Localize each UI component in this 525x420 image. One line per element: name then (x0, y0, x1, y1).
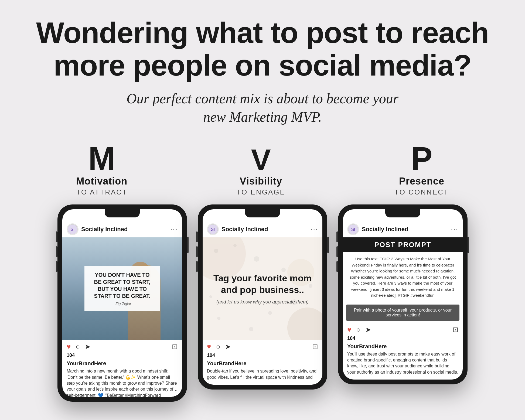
phone-3-bookmark-icon[interactable]: ⊡ (452, 326, 458, 334)
main-headline: Wondering what to post to reach more peo… (33, 16, 492, 81)
phone-1-post-image: YOU DON'T HAVE TO BE GREAT TO START, BUT… (62, 237, 182, 340)
phone-3-caption: You'll use these daily post prompts to m… (343, 350, 463, 380)
phone-1-caption: Marching into a new month with a good mi… (62, 367, 182, 397)
phone-3-likes: 104 (343, 336, 463, 343)
phone-3-prompt-body: Use this text: TGIF: 3 Ways to Make the … (343, 252, 463, 302)
mvp-row: M Motivation TO ATTRACT V Visibility TO … (22, 142, 503, 196)
phone-2-username: Socially Inclined (221, 226, 308, 233)
phone-1-silent (56, 261, 57, 272)
phone-1-quote-text: YOU DON'T HAVE TO BE GREAT TO START, BUT… (91, 271, 154, 299)
phone-3-more-icon[interactable]: ··· (451, 225, 458, 234)
phone-2: SI Socially Inclined ··· (198, 204, 327, 390)
phone-1-brand: YourBrandHere (62, 360, 182, 367)
phone-2-notch (245, 209, 280, 217)
phone-3-ig-header: SI Socially Inclined ··· (343, 220, 463, 237)
phone-1-quote-author: - Zig Ziglar (91, 302, 154, 306)
phone-3-silent (336, 261, 338, 272)
phone-1-comment-icon[interactable]: ○ (76, 343, 80, 351)
phone-2-avatar: SI (207, 223, 219, 235)
svg-point-5 (233, 244, 237, 247)
mvp-v-sub: TO ENGAGE (237, 188, 285, 196)
mvp-v-letter: V (251, 145, 271, 175)
phone-2-likes: 104 (203, 353, 322, 360)
phone-1-actions: ♥ ○ ➤ ⊡ (62, 340, 182, 353)
phone-2-sub-text: (and let us know why you appreciate them… (208, 299, 317, 305)
phone-2-brand: YourBrandHere (203, 360, 322, 367)
svg-point-4 (214, 249, 218, 253)
phone-3-screen: SI Socially Inclined ··· POST PROMPT Use… (343, 209, 463, 380)
phone-2-more-icon[interactable]: ··· (311, 225, 318, 234)
phone-1-quote-box: YOU DON'T HAVE TO BE GREAT TO START, BUT… (84, 266, 160, 311)
phone-3-avatar: SI (347, 223, 359, 235)
phone-3-post-image: POST PROMPT Use this text: TGIF: 3 Ways … (343, 237, 463, 321)
svg-text:SI: SI (70, 227, 74, 232)
mvp-p-letter: P (411, 142, 432, 175)
phone-3-cta-box: Pair with a photo of yourself, your prod… (346, 305, 459, 321)
mvp-p-sub: TO CONNECT (394, 188, 449, 196)
phone-3-actions: ♥ ○ ➤ ⊡ (343, 323, 463, 336)
mvp-visibility: V Visibility TO ENGAGE (237, 145, 285, 196)
phone-1-power-button (187, 237, 189, 253)
phone-1-vol-up (56, 231, 57, 242)
phone-3: SI Socially Inclined ··· POST PROMPT Use… (338, 204, 468, 384)
phone-1-bookmark-icon[interactable]: ⊡ (172, 343, 178, 351)
phone-2-vol-down (196, 246, 198, 257)
subheadline: Our perfect content mix is about to beco… (114, 90, 411, 126)
mvp-m-letter: M (88, 142, 115, 175)
phone-1-avatar: SI (67, 223, 79, 235)
phone-3-username: Socially Inclined (362, 226, 448, 233)
svg-text:SI: SI (351, 227, 355, 232)
phone-2-post-image: Tag your favorite mom and pop business..… (203, 237, 322, 340)
phone-3-vol-down (336, 246, 338, 257)
phone-2-heart-icon[interactable]: ♥ (207, 343, 211, 351)
phone-2-main-text: Tag your favorite mom and pop business.. (208, 272, 317, 295)
phone-2-bookmark-icon[interactable]: ⊡ (312, 343, 318, 351)
phone-1-more-icon[interactable]: ··· (170, 225, 178, 234)
phone-3-comment-icon[interactable]: ○ (356, 326, 360, 334)
svg-text:SI: SI (211, 227, 215, 232)
phone-1-vol-down (56, 246, 57, 257)
phone-2-power-button (327, 237, 329, 253)
phone-2-share-icon[interactable]: ➤ (225, 343, 231, 351)
mvp-v-name: Visibility (240, 176, 282, 187)
svg-point-10 (268, 311, 272, 315)
phone-1-ig-header: SI Socially Inclined ··· (62, 220, 182, 237)
phone-2-content: Tag your favorite mom and pop business..… (203, 267, 322, 310)
phone-1: SI Socially Inclined ··· YOU DON'T HAVE (57, 204, 187, 402)
phone-2-comment-icon[interactable]: ○ (216, 343, 220, 351)
phone-2-caption: Double-tap if you believe in spreading l… (203, 367, 322, 385)
phone-1-heart-icon[interactable]: ♥ (67, 343, 71, 351)
phone-3-vol-up (336, 231, 338, 242)
phone-2-vol-up (196, 231, 198, 242)
phone-2-silent (196, 261, 198, 272)
phone-3-notch (385, 209, 420, 217)
phone-2-actions: ♥ ○ ➤ ⊡ (203, 340, 322, 353)
mvp-p-name: Presence (399, 176, 444, 187)
phone-1-notch (105, 209, 140, 217)
svg-point-11 (217, 317, 220, 320)
mvp-presence: P Presence TO CONNECT (394, 142, 449, 196)
svg-point-13 (249, 327, 253, 331)
phone-1-username: Socially Inclined (81, 226, 168, 233)
phone-3-brand: YourBrandHere (343, 343, 463, 350)
svg-point-6 (254, 256, 259, 262)
phone-1-screen: SI Socially Inclined ··· YOU DON'T HAVE (62, 209, 182, 397)
mvp-m-name: Motivation (76, 176, 127, 187)
phone-1-share-icon[interactable]: ➤ (85, 343, 91, 351)
phone-3-power-button (468, 237, 469, 253)
mvp-m-sub: TO ATTRACT (76, 188, 127, 196)
phone-2-screen: SI Socially Inclined ··· (203, 209, 322, 385)
phone-3-share-icon[interactable]: ➤ (365, 326, 371, 334)
phones-row: SI Socially Inclined ··· YOU DON'T HAVE (22, 204, 503, 402)
phone-3-prompt-header: POST PROMPT (343, 237, 463, 252)
page-wrapper: Wondering what to post to reach more peo… (0, 0, 525, 420)
phone-3-heart-icon[interactable]: ♥ (347, 326, 351, 334)
phone-1-likes: 104 (62, 353, 182, 360)
phone-2-ig-header: SI Socially Inclined ··· (203, 220, 322, 237)
mvp-motivation: M Motivation TO ATTRACT (76, 142, 127, 196)
